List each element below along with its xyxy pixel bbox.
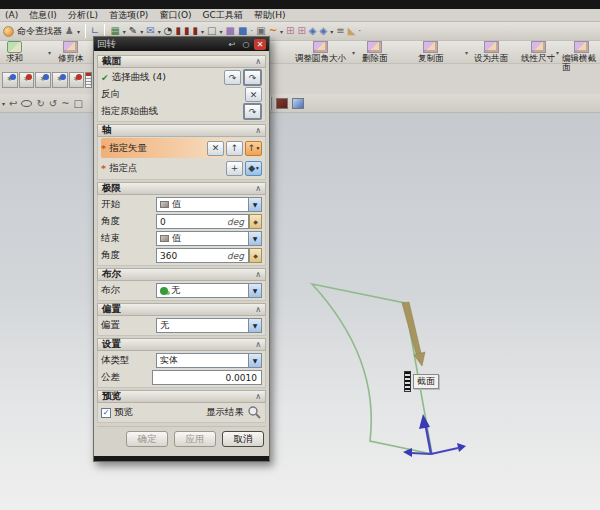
edit-cross-section-button[interactable]: 编辑横截面	[562, 41, 600, 72]
curve-dropdown-icon[interactable]: ▾	[2, 100, 5, 107]
machining-icon-2[interactable]: *	[19, 72, 35, 88]
undo-hook-icon[interactable]: ↩	[9, 98, 17, 109]
section-drag-handle[interactable]: 截面	[404, 371, 439, 392]
menu-item-information[interactable]: 信息(I)	[29, 9, 57, 22]
apply-button[interactable]: 应用	[174, 431, 216, 447]
command-finder-button[interactable]: 命令查找器	[17, 25, 62, 38]
limits-group-header[interactable]: 极限 ∧	[97, 182, 266, 195]
link-icon-1[interactable]: ⊞	[286, 24, 294, 38]
dropdown-sep-icon[interactable]: ▾	[352, 49, 355, 56]
show-result-magnifier-button[interactable]	[247, 405, 262, 420]
toolbar-overflow-dot[interactable]: ·	[250, 26, 253, 36]
specify-point-row[interactable]: * 指定点 + ◆ ▾	[101, 158, 262, 178]
preview-group-header[interactable]: 预览 ∧	[97, 390, 266, 403]
chevron-down-icon[interactable]: ▼	[248, 284, 261, 297]
machining-icon-4[interactable]: *	[52, 72, 68, 88]
link-icon-2[interactable]: ⊞	[297, 24, 305, 38]
cartridge-dropdown-icon[interactable]: ▾	[201, 28, 204, 35]
dropdown-sep-icon[interactable]: ▾	[556, 49, 559, 56]
delete-face-button[interactable]: 删除面	[362, 41, 388, 63]
shaded-cube-icon[interactable]	[292, 98, 304, 109]
machining-icon-5[interactable]: *	[69, 72, 85, 88]
collapse-icon[interactable]: ∧	[255, 184, 261, 193]
cancel-button[interactable]: 取消	[222, 431, 264, 447]
boolean-select[interactable]: 无 ▼	[156, 283, 262, 298]
offset-select[interactable]: 无 ▼	[156, 318, 262, 333]
collapse-icon[interactable]: ∧	[255, 340, 261, 349]
play-dropdown-icon[interactable]: ▾	[330, 28, 333, 35]
make-coplanar-button[interactable]: 设为共面	[474, 41, 508, 63]
body-type-select[interactable]: 实体 ▼	[156, 353, 262, 368]
machining-icon-3[interactable]: *	[35, 72, 51, 88]
spiral-ccw-icon[interactable]: ↺	[49, 98, 57, 109]
triangle-ruler-icon[interactable]: ◣	[348, 24, 356, 38]
vector-type-dropdown[interactable]: ↑ ▾	[245, 141, 262, 156]
menu-item-preferences[interactable]: 首选项(P)	[109, 9, 148, 22]
curve-rule-button[interactable]: ↷	[224, 70, 241, 85]
drag-handle-icon[interactable]	[404, 371, 411, 392]
resize-blend-button[interactable]: 调整圆角大小	[295, 41, 346, 63]
preview-checkbox[interactable]: ✓	[101, 408, 111, 418]
collapse-icon[interactable]: ∧	[255, 270, 261, 279]
linear-dimension-button[interactable]: 线性尺寸	[521, 41, 555, 63]
menu-item-analysis[interactable]: 分析(L)	[68, 9, 98, 22]
dropdown-sep-icon[interactable]: ▾	[465, 49, 468, 56]
vector-dialog-button[interactable]: ↑	[226, 141, 243, 156]
menu-item-help[interactable]: 帮助(H)	[254, 9, 286, 22]
start-angle-input[interactable]: 0 deg	[156, 214, 249, 229]
unite-button[interactable]: 求和	[6, 41, 23, 63]
end-angle-input[interactable]: 360 deg	[156, 248, 249, 263]
dialog-close-button[interactable]: ✕	[254, 39, 266, 50]
specify-vector-row[interactable]: * 指定矢量 ✕ ↑ ↑ ▾	[101, 138, 262, 158]
trim-body-button[interactable]: 修剪体	[58, 41, 84, 63]
curve-icon[interactable]: ~	[61, 98, 69, 109]
section-group-header[interactable]: 截面 ∧	[97, 55, 266, 68]
roles-icon[interactable]: ♟	[65, 24, 74, 38]
graphics-viewport[interactable]: 截面	[0, 113, 600, 510]
tolerance-input[interactable]: 0.0010	[152, 370, 262, 385]
ok-button[interactable]: 确定	[126, 431, 168, 447]
offset-group-header[interactable]: 偏置 ∧	[97, 303, 266, 316]
chevron-down-icon[interactable]: ▼	[248, 354, 261, 367]
unite-dropdown-icon[interactable]: ▾	[48, 49, 51, 56]
settings-group-header[interactable]: 设置 ∧	[97, 338, 266, 351]
start-option-select[interactable]: 值 ▼	[156, 197, 262, 212]
dialog-resize-edge[interactable]	[94, 456, 269, 461]
view-dropdown-icon[interactable]: ▾	[219, 28, 222, 35]
select-curve-button[interactable]: ↷	[243, 69, 262, 86]
dialog-title-bar[interactable]: 回转 ↩ ○ ✕	[94, 37, 269, 51]
orig-curve-button[interactable]: ↷	[243, 103, 262, 120]
mail-dropdown-icon[interactable]: ▾	[158, 28, 161, 35]
collapse-icon[interactable]: ∧	[255, 305, 261, 314]
rect-icon[interactable]: □	[74, 98, 83, 109]
vertical-ruler-icon[interactable]	[85, 72, 92, 88]
chevron-down-icon[interactable]: ▼	[248, 232, 261, 245]
pencil-dropdown-icon[interactable]: ▾	[140, 28, 143, 35]
boolean-group-header[interactable]: 布尔 ∧	[97, 268, 266, 281]
play-icon-2[interactable]: ◈	[320, 24, 328, 38]
hruler-icon[interactable]: ≡	[336, 24, 344, 38]
spiral-cw-icon[interactable]: ↻	[36, 98, 44, 109]
end-angle-spinner[interactable]: ◆	[249, 248, 262, 263]
chevron-down-icon[interactable]: ▼	[248, 319, 261, 332]
spline-dropdown-icon[interactable]: ▾	[280, 28, 283, 35]
collapse-icon[interactable]: ∧	[255, 57, 261, 66]
menu-item-assembly[interactable]: (A)	[5, 10, 18, 20]
collapse-icon[interactable]: ∧	[255, 126, 261, 135]
spreadsheet-dropdown-icon[interactable]: ▾	[123, 28, 126, 35]
menu-item-window[interactable]: 窗口(O)	[159, 9, 191, 22]
roles-dropdown-icon[interactable]: ▾	[77, 28, 80, 35]
dialog-reset-button[interactable]: ↩	[226, 39, 238, 50]
end-option-select[interactable]: 值 ▼	[156, 231, 262, 246]
collapse-icon[interactable]: ∧	[255, 392, 261, 401]
dialog-options-button[interactable]: ○	[240, 39, 252, 50]
chevron-down-icon[interactable]: ▼	[248, 198, 261, 211]
toolbar-overflow-dot[interactable]: ·	[358, 26, 361, 36]
vector-reverse-button[interactable]: ✕	[207, 141, 224, 156]
play-icon-1[interactable]: ◈	[309, 24, 317, 38]
start-angle-spinner[interactable]: ◆	[249, 214, 262, 229]
menu-item-gc-toolbox[interactable]: GC工具箱	[202, 9, 242, 22]
point-dialog-button[interactable]: +	[226, 161, 243, 176]
axis-group-header[interactable]: 轴 ∧	[97, 124, 266, 137]
copy-face-button[interactable]: 复制面	[418, 41, 444, 63]
